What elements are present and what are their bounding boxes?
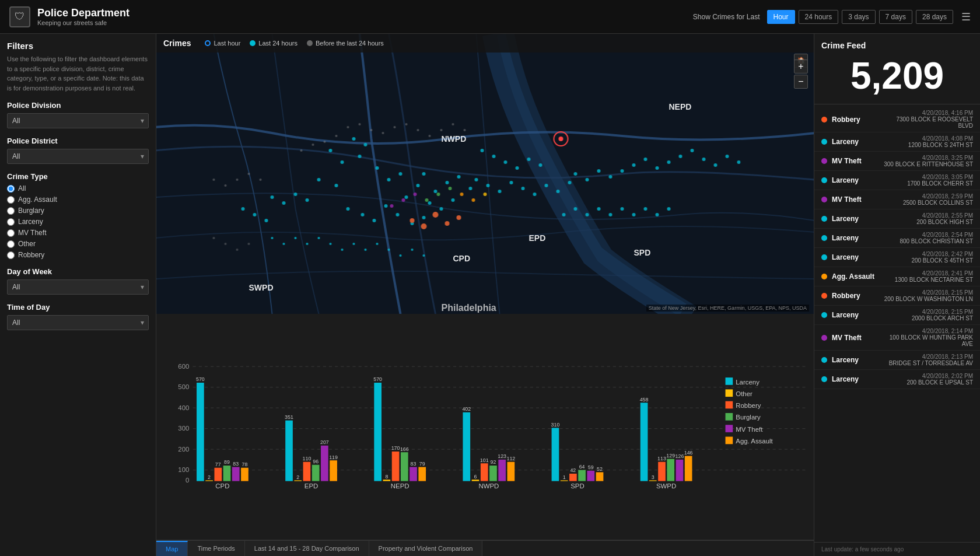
radio-robbery[interactable]: Robbery [7,251,149,259]
svg-point-65 [300,149,303,152]
svg-point-29 [282,201,286,205]
app-subtitle: Keeping our streets safe [37,19,130,26]
svg-text:0: 0 [186,477,189,484]
svg-point-94 [437,193,440,196]
svg-point-73 [394,126,396,128]
svg-text:402: 402 [462,406,471,412]
crime-feed: Crime Feed 5,209 Robbery 4/20/2018, 4:16… [814,34,980,556]
time-btn-28d[interactable]: 28 days [916,10,953,24]
svg-point-93 [425,198,429,202]
radio-burglary[interactable]: Burglary [7,207,149,215]
svg-text:3: 3 [652,474,654,480]
radio-other[interactable]: Other [7,240,149,248]
svg-point-52 [597,169,601,173]
svg-point-109 [388,249,390,251]
svg-point-83 [248,173,250,175]
tab-14-28-comparison[interactable]: Last 14 and 15 - 28 Day Comparison [245,541,369,556]
sidebar-title: Filters [7,41,149,51]
svg-text:EPD: EPD [304,482,318,489]
svg-point-7 [416,184,420,187]
tab-time-periods[interactable]: Time Periods [188,541,244,556]
feed-type: Larceny [832,215,878,223]
zoom-in-button[interactable]: + [794,60,808,74]
hamburger-icon[interactable]: ☰ [961,11,971,23]
feed-dot-icon [821,335,827,341]
sidebar: Filters Use the following to filter the … [0,34,156,556]
svg-point-77 [440,129,443,131]
legend-before-24h: Before the last 24 hours [307,40,384,47]
legend-last-24h-icon [250,40,256,46]
feed-meta: 4/20/2018, 3:05 PM 1700 BLOCK CHERR ST [907,174,973,187]
svg-text:129: 129 [666,453,675,459]
svg-point-104 [330,243,332,245]
crime-type-filter: Crime Type All Agg. Assault Burglary Lar… [7,172,149,259]
time-of-day-label: Time of Day [7,303,149,312]
svg-point-14 [364,143,368,146]
svg-rect-198 [508,462,515,481]
svg-text:458: 458 [640,397,649,403]
time-btn-24h[interactable]: 24 hours [799,10,839,24]
map-container[interactable]: Crimes Last hour Last 24 hours Before th… [156,34,814,314]
svg-text:500: 500 [178,383,189,390]
feed-type: Larceny [832,356,878,364]
svg-point-10 [446,181,449,184]
radio-mv-theft[interactable]: MV Theft [7,229,149,237]
time-of-day-select[interactable]: All [7,315,149,330]
feed-item: MV Theft 4/20/2018, 2:14 PM 100 BLOCK W … [814,325,980,351]
svg-point-18 [428,201,432,205]
feed-type: Larceny [832,176,878,184]
bar-chart: 600 500 400 300 200 100 0 570 2 [163,320,807,531]
tab-map[interactable]: Map [156,541,188,556]
feed-date: 4/20/2018, 2:02 PM [922,373,973,379]
svg-point-44 [510,181,513,184]
svg-point-70 [359,123,361,125]
svg-point-116 [248,243,250,245]
svg-point-31 [306,198,309,202]
svg-point-117 [562,213,566,216]
feed-meta: 4/20/2018, 2:15 PM 2000 BLOCK ARCH ST [912,309,973,321]
svg-text:123: 123 [498,453,506,459]
svg-point-84 [260,179,262,181]
svg-text:79: 79 [419,461,425,467]
feed-address: 1200 BLOCK S 24TH ST [908,142,973,148]
radio-agg-assault[interactable]: Agg. Assault [7,195,149,204]
svg-point-32 [242,207,245,211]
zoom-out-button[interactable]: − [794,75,808,89]
svg-rect-231 [726,401,733,409]
svg-rect-209 [587,471,594,481]
svg-rect-203 [561,480,568,481]
svg-text:Larceny: Larceny [736,379,760,386]
feed-dot-icon [821,197,827,202]
svg-text:59: 59 [588,464,594,470]
feed-address: 800 BLOCK CHRISTIAN ST [900,238,973,244]
radio-all[interactable]: All [7,184,149,193]
svg-rect-181 [401,452,408,481]
feed-item: Larceny 4/20/2018, 3:05 PM 1700 BLOCK CH… [814,171,980,190]
feed-address: 2500 BLOCK COLLINS ST [903,200,973,206]
feed-item: MV Theft 4/20/2018, 2:59 PM 2500 BLOCK C… [814,190,980,209]
svg-point-97 [472,198,475,202]
svg-rect-162 [285,421,293,481]
time-btn-hour[interactable]: Hour [767,10,795,24]
legend-last-hour: Last hour [205,40,240,47]
svg-rect-222 [676,460,684,481]
police-district-select[interactable]: All [7,149,149,164]
time-btn-3d[interactable]: 3 days [842,10,875,24]
svg-point-16 [335,184,338,187]
svg-point-82 [236,179,239,181]
svg-rect-216 [649,480,657,481]
svg-point-41 [475,178,478,181]
police-division-select[interactable]: All [7,113,149,128]
tab-property-violent[interactable]: Property and Violent Comparison [369,541,483,556]
radio-larceny[interactable]: Larceny [7,218,149,226]
svg-text:126: 126 [676,453,684,459]
svg-rect-157 [232,467,240,481]
svg-text:Burglary: Burglary [736,414,761,421]
feed-dot-icon [821,235,827,241]
svg-rect-185 [418,467,426,481]
time-btn-7d[interactable]: 7 days [879,10,912,24]
feed-date: 4/20/2018, 2:42 PM [922,251,973,257]
feed-date: 4/20/2018, 3:05 PM [922,174,973,180]
svg-point-111 [411,249,414,251]
day-of-week-select[interactable]: All [7,279,149,295]
